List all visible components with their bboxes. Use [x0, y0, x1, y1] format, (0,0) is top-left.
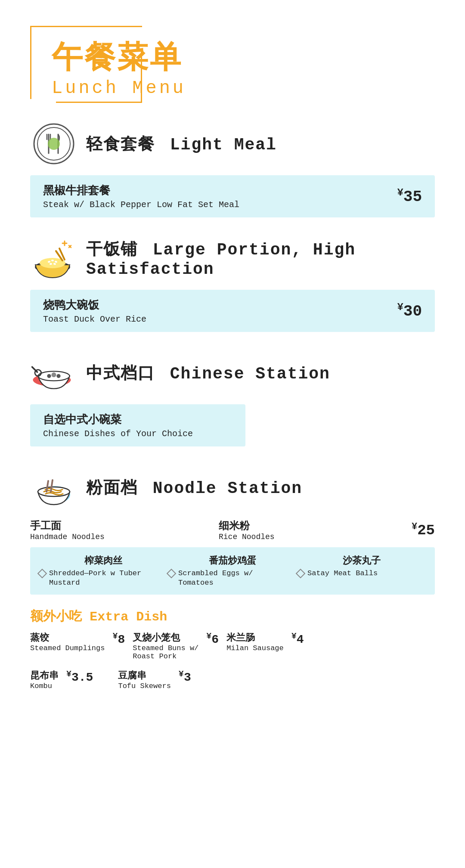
- noodle-station-section-header: 粉面档 Noodle Station: [30, 464, 435, 511]
- buns-en: Steamed Buns w/Roast Pork: [133, 644, 198, 660]
- light-meal-item: 黑椒牛排套餐 Steak w/ Black Pepper Low Fat Set…: [30, 175, 435, 217]
- condiment-satay-en: Satay Meat Balls: [307, 569, 378, 578]
- kombu-price: ¥3.5: [66, 669, 93, 684]
- large-portion-title: 干饭铺 Large Portion, High Satisfaction: [86, 238, 435, 279]
- svg-point-23: [52, 372, 56, 377]
- noodle-station-title: 粉面档 Noodle Station: [86, 477, 302, 499]
- extra-sausage: 米兰肠 Milan Sausage: [226, 631, 284, 652]
- svg-point-22: [47, 374, 51, 378]
- condiment-pork: 榨菜肉丝 Shredded—Pork w TuberMustard: [39, 554, 168, 588]
- chinese-station-item: 自选中式小碗菜 Chinese Dishes of Your Choice: [30, 404, 245, 446]
- dumplings-en: Steamed Dumplings: [30, 644, 105, 652]
- buns-price: ¥6: [206, 631, 219, 646]
- handmade-noodle-zh: 手工面: [30, 519, 214, 533]
- rice-noodle-zh: 细米粉: [219, 519, 403, 533]
- chinese-station-title: 中式档口 Chinese Station: [86, 362, 330, 384]
- noodle-icon: [30, 464, 78, 511]
- diamond-icon-1: [37, 569, 47, 579]
- extra-buns: 叉烧小笼包 Steamed Buns w/Roast Pork: [133, 631, 198, 660]
- diamond-icon-3: [296, 569, 306, 579]
- handmade-noodle-en: Handmade Noodles: [30, 533, 214, 541]
- condiment-satay-zh: 沙茶丸子: [297, 554, 426, 567]
- extra-label-en: Extra Dish: [90, 610, 167, 624]
- tofu-price: ¥3: [179, 669, 191, 684]
- large-portion-item: 烧鸭大碗饭 Toast Duck Over Rice ¥30: [30, 290, 435, 332]
- buns-zh: 叉烧小笼包: [133, 631, 198, 644]
- rice-noodle-en: Rice Noodles: [219, 533, 403, 541]
- extra-dumplings: 蒸饺 Steamed Dumplings: [30, 631, 105, 652]
- extra-kombu: 昆布串 Kombu: [30, 669, 59, 690]
- noodle-rice: 细米粉 Rice Noodles: [219, 519, 403, 541]
- dumplings-zh: 蒸饺: [30, 631, 105, 644]
- condiment-pork-en: Shredded—Pork w TuberMustard: [49, 569, 141, 588]
- condiment-satay: 沙茶丸子 Satay Meat Balls: [297, 554, 426, 588]
- tofu-en: Tofu Skewers: [118, 682, 170, 690]
- dumplings-price: ¥8: [112, 631, 125, 646]
- extra-dish-header: 额外小吃 Extra Dish: [30, 608, 435, 625]
- condiment-pork-zh: 榨菜肉丝: [39, 554, 168, 567]
- plate-icon: [30, 120, 78, 167]
- chinese-station-name-en: Chinese Dishes of Your Choice: [43, 429, 193, 439]
- diamond-icon-2: [167, 569, 177, 579]
- sausage-price: ¥4: [291, 631, 304, 646]
- header: 午餐菜单 Lunch Menu: [30, 26, 435, 99]
- svg-point-6: [48, 138, 60, 150]
- large-portion-price: ¥30: [397, 301, 422, 320]
- tofu-zh: 豆腐串: [118, 669, 170, 682]
- large-portion-name-zh: 烧鸭大碗饭: [43, 298, 146, 313]
- light-meal-name-en: Steak w/ Black Pepper Low Fat Set Meal: [43, 200, 239, 210]
- large-portion-section-header: 干饭铺 Large Portion, High Satisfaction: [30, 235, 435, 282]
- extra-row-2: 昆布串 Kombu ¥3.5 豆腐串 Tofu Skewers ¥3: [30, 669, 435, 690]
- sausage-en: Milan Sausage: [226, 644, 284, 652]
- noodle-handmade: 手工面 Handmade Noodles: [30, 519, 214, 541]
- chinese-station-section-header: 中式档口 Chinese Station: [30, 349, 435, 397]
- light-meal-name-zh: 黑椒牛排套餐: [43, 183, 239, 198]
- light-meal-title: 轻食套餐 Light Meal: [86, 133, 277, 155]
- light-meal-section-header: 轻食套餐 Light Meal: [30, 120, 435, 167]
- noodle-items-row: 手工面 Handmade Noodles 细米粉 Rice Noodles ¥2…: [30, 519, 435, 541]
- light-meal-price: ¥35: [397, 187, 422, 206]
- large-portion-name-en: Toast Duck Over Rice: [43, 314, 146, 324]
- extra-tofu: 豆腐串 Tofu Skewers: [118, 669, 170, 690]
- extra-row-1: 蒸饺 Steamed Dumplings ¥8 叉烧小笼包 Steamed Bu…: [30, 631, 435, 660]
- sausage-zh: 米兰肠: [226, 631, 284, 644]
- bowl-icon: [30, 235, 78, 282]
- header-box-bottom-right: [56, 51, 142, 103]
- kombu-zh: 昆布串: [30, 669, 59, 682]
- condiment-box: 榨菜肉丝 Shredded—Pork w TuberMustard 番茄炒鸡蛋 …: [30, 547, 435, 595]
- wok-icon: [30, 349, 78, 397]
- kombu-en: Kombu: [30, 682, 59, 690]
- condiment-eggs-zh: 番茄炒鸡蛋: [168, 554, 297, 567]
- condiment-eggs-en: Scrambled Eggs w/Tomatoes: [178, 569, 253, 588]
- chinese-station-name-zh: 自选中式小碗菜: [43, 412, 193, 427]
- svg-point-24: [56, 374, 60, 378]
- extra-label-zh: 额外小吃: [30, 609, 82, 623]
- condiment-eggs: 番茄炒鸡蛋 Scrambled Eggs w/Tomatoes: [168, 554, 297, 588]
- noodle-price: ¥25: [407, 521, 435, 539]
